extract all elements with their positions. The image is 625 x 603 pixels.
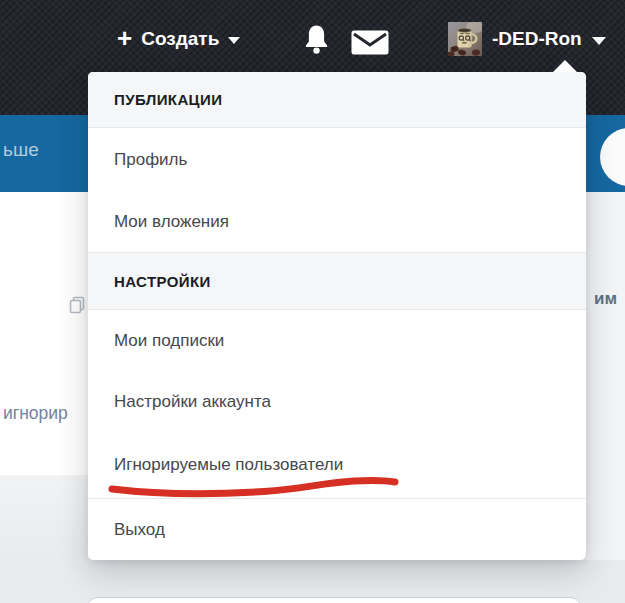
menu-section-header-settings: НАСТРОЙКИ bbox=[88, 252, 586, 310]
dropdown-pointer bbox=[553, 60, 577, 72]
background-panel-edge bbox=[86, 597, 582, 603]
menu-item-label: Настройки аккаунта bbox=[114, 392, 271, 412]
nav-link-clipped[interactable]: ьше bbox=[3, 139, 39, 161]
menu-item-account-settings[interactable]: Настройки аккаунта bbox=[88, 371, 586, 432]
chevron-down-icon bbox=[592, 37, 606, 45]
pages-icon bbox=[68, 296, 86, 318]
user-dropdown-menu: ПУБЛИКАЦИИ Профиль Мои вложения НАСТРОЙК… bbox=[88, 72, 586, 560]
menu-item-label: Мои вложения bbox=[114, 212, 229, 232]
avatar bbox=[448, 22, 482, 56]
plus-icon: + bbox=[117, 25, 132, 51]
menu-section-header-publications: ПУБЛИКАЦИИ bbox=[88, 72, 586, 128]
chevron-down-icon bbox=[228, 37, 240, 44]
page-right-strip bbox=[586, 192, 625, 560]
menu-item-my-subscriptions[interactable]: Мои подписки bbox=[88, 310, 586, 371]
menu-item-label: Выход bbox=[114, 520, 165, 540]
red-underline-annotation bbox=[106, 474, 401, 500]
menu-item-profile[interactable]: Профиль bbox=[88, 128, 586, 191]
user-menu-toggle[interactable]: -DED-Ron bbox=[448, 22, 606, 56]
menu-item-label: Мои подписки bbox=[114, 331, 224, 351]
menu-item-label: Игнорируемые пользователи bbox=[114, 455, 343, 475]
search-pill[interactable] bbox=[600, 128, 625, 186]
create-button-label: Создать bbox=[141, 28, 219, 50]
messages-envelope-icon[interactable] bbox=[351, 30, 389, 59]
screen: игнорир им + Создать bbox=[0, 0, 625, 603]
menu-item-my-attachments[interactable]: Мои вложения bbox=[88, 191, 586, 252]
background-text-fragment-left: игнорир bbox=[3, 403, 68, 424]
background-text-fragment-right: им bbox=[594, 289, 617, 309]
create-button[interactable]: + Создать bbox=[117, 26, 240, 52]
menu-item-logout[interactable]: Выход bbox=[88, 499, 586, 560]
menu-item-label: Профиль bbox=[114, 150, 187, 170]
username: -DED-Ron bbox=[492, 28, 582, 50]
menu-item-ignored-users[interactable]: Игнорируемые пользователи bbox=[88, 432, 586, 498]
notifications-bell-icon[interactable] bbox=[302, 24, 331, 60]
